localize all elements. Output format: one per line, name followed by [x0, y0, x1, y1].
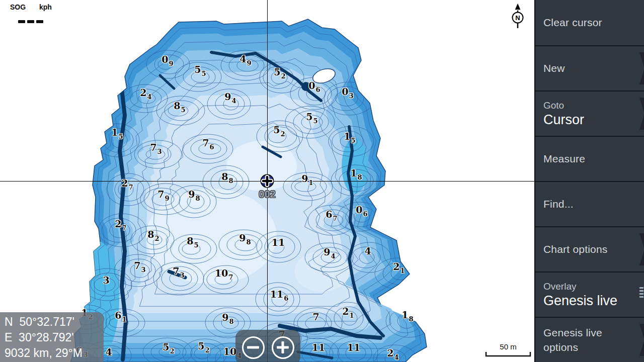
menu-item-label: Chart options: [543, 243, 644, 255]
chartplotter-screen: 0955495206032485945255157376151827889106…: [0, 0, 644, 362]
menu-item-find[interactable]: Find...: [535, 181, 644, 226]
submenu-chevron-icon: [639, 324, 644, 356]
chart-map[interactable]: 0955495206032485945255157376151827889106…: [0, 0, 534, 362]
north-letter: N: [515, 14, 520, 22]
map-scale-bar: 50 m: [484, 342, 532, 360]
menu-item-sublabel: Goto: [543, 100, 644, 111]
menu-item-genesis-live-options[interactable]: Genesis live options: [535, 317, 644, 362]
menu-item-value: Genesis live: [543, 293, 644, 309]
waypoint-label: 002: [259, 189, 275, 200]
menu-item-label: Genesis live options: [543, 325, 619, 354]
sog-value-dashes: [18, 20, 43, 23]
menu-item-clear-cursor[interactable]: Clear cursor: [535, 0, 644, 45]
bathymetry-chart: [0, 0, 534, 362]
menu-item-sublabel: Overlay: [543, 281, 644, 292]
menu-item-label: Clear cursor: [543, 17, 644, 29]
menu-item-value: Cursor: [543, 112, 644, 128]
menu-item-overlay-genesis-live[interactable]: Overlay Genesis live: [535, 272, 644, 317]
menu-item-label: Find...: [543, 198, 644, 210]
sog-unit-label: kph: [39, 3, 52, 11]
menu-item-new[interactable]: New: [535, 45, 644, 90]
north-arrow-icon: N: [507, 1, 529, 32]
zoom-controls: [235, 330, 300, 362]
latitude-readout: N 50°32.717': [5, 314, 104, 330]
range-bearing-readout: 9032 km, 29°M: [5, 345, 104, 361]
zoom-out-button[interactable]: [242, 336, 265, 359]
sog-label: SOG: [10, 3, 26, 11]
context-menu: Clear cursor New Goto Cursor Measure Fin…: [534, 0, 644, 362]
menu-item-chart-options[interactable]: Chart options: [535, 226, 644, 272]
menu-item-goto-cursor[interactable]: Goto Cursor: [535, 90, 644, 136]
menu-item-measure[interactable]: Measure: [535, 136, 644, 181]
menu-item-label: Measure: [543, 153, 644, 165]
longitude-readout: E 30°28.792': [5, 330, 104, 345]
zoom-in-button[interactable]: [272, 336, 294, 359]
menu-item-label: New: [543, 62, 644, 74]
cursor-position-box: N 50°32.717' E 30°28.792' 9032 km, 29°M: [0, 312, 104, 362]
scale-label: 50 m: [484, 342, 532, 351]
scale-bracket: [484, 351, 532, 358]
waypoint-marker: [261, 175, 274, 188]
list-icon: [639, 287, 643, 298]
